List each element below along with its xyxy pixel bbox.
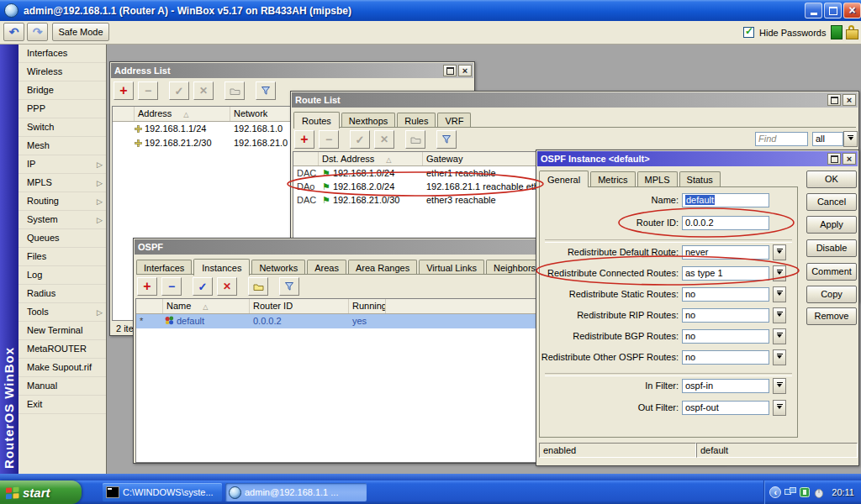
comment-button[interactable]: Comment bbox=[806, 263, 857, 281]
enable-button[interactable] bbox=[350, 130, 370, 149]
sidebar-item-radius[interactable]: Radius bbox=[18, 285, 106, 303]
sidebar-item-mesh[interactable]: Mesh bbox=[18, 137, 106, 155]
add-button[interactable] bbox=[114, 81, 134, 100]
close-button[interactable] bbox=[843, 153, 856, 165]
tab-vrf[interactable]: VRF bbox=[437, 113, 471, 128]
dialog-titlebar[interactable]: OSPF Instance <default> bbox=[537, 151, 858, 166]
mouse-tray-icon[interactable] bbox=[813, 487, 825, 498]
remove-button[interactable] bbox=[161, 277, 182, 296]
sidebar-item-new-terminal[interactable]: New Terminal bbox=[18, 322, 106, 340]
sidebar-item-wireless[interactable]: Wireless bbox=[18, 63, 106, 81]
tab-rules[interactable]: Rules bbox=[397, 113, 436, 128]
sidebar-item-interfaces[interactable]: Interfaces bbox=[18, 45, 106, 63]
disable-button[interactable] bbox=[217, 277, 237, 296]
start-button[interactable]: start bbox=[0, 480, 82, 504]
tab-routes[interactable]: Routes bbox=[293, 112, 340, 129]
filter-button[interactable] bbox=[436, 130, 457, 149]
add-button[interactable] bbox=[294, 130, 314, 149]
minimize-button[interactable] bbox=[805, 3, 822, 18]
close-button[interactable] bbox=[843, 94, 856, 106]
safe-mode-button[interactable]: Safe Mode bbox=[52, 23, 109, 41]
redistribute-connected-select[interactable]: as type 1 bbox=[682, 266, 769, 281]
task-button-cmd[interactable]: C:\WINDOWS\syste... bbox=[103, 483, 222, 501]
tab-neighbors[interactable]: Neighbors bbox=[486, 260, 543, 275]
column-running[interactable]: Running bbox=[349, 299, 386, 313]
close-button[interactable] bbox=[458, 65, 472, 76]
find-input[interactable]: Find bbox=[755, 132, 808, 146]
remove-button[interactable]: Remove bbox=[806, 307, 857, 325]
close-button[interactable] bbox=[843, 3, 861, 18]
tab-nexthops[interactable]: Nexthops bbox=[341, 113, 395, 128]
address-list-titlebar[interactable]: Address List bbox=[111, 63, 473, 78]
name-input[interactable]: default bbox=[682, 193, 769, 207]
sidebar-item-routing[interactable]: Routing bbox=[18, 192, 106, 211]
tab-areas[interactable]: Areas bbox=[307, 260, 346, 275]
tab-general[interactable]: General bbox=[539, 171, 589, 187]
sidebar-item-log[interactable]: Log bbox=[18, 266, 106, 285]
column-name[interactable]: Name bbox=[163, 299, 250, 313]
dropdown-button[interactable] bbox=[773, 307, 786, 323]
dropdown-button[interactable] bbox=[773, 349, 786, 365]
comment-button[interactable] bbox=[248, 277, 268, 296]
undo-button[interactable] bbox=[3, 23, 24, 41]
tab-status[interactable]: Status bbox=[679, 171, 721, 186]
comment-button[interactable] bbox=[224, 81, 245, 100]
dropdown-button[interactable] bbox=[773, 265, 786, 281]
enable-button[interactable] bbox=[169, 81, 189, 100]
remove-button[interactable] bbox=[319, 130, 339, 149]
agent-tray-icon[interactable] bbox=[800, 487, 810, 497]
sidebar-item-ip[interactable]: IP bbox=[18, 155, 106, 174]
filter-button[interactable] bbox=[279, 277, 299, 296]
sidebar-item-mpls[interactable]: MPLS bbox=[18, 174, 106, 192]
column-dst-address[interactable]: Dst. Address bbox=[319, 152, 423, 165]
hide-icons-chevron-button[interactable]: ‹ bbox=[769, 486, 781, 498]
disable-button[interactable]: Disable bbox=[806, 239, 857, 257]
redistribute-other-ospf-select[interactable]: no bbox=[682, 350, 769, 365]
comment-button[interactable] bbox=[405, 130, 425, 149]
redistribute-static-select[interactable]: no bbox=[682, 287, 769, 302]
maximize-button[interactable] bbox=[827, 94, 841, 106]
ok-button[interactable]: OK bbox=[806, 171, 857, 188]
tab-metrics[interactable]: Metrics bbox=[590, 171, 635, 186]
sidebar-item-ppp[interactable]: PPP bbox=[18, 100, 106, 118]
route-filter-select[interactable]: all bbox=[812, 132, 843, 146]
redistribute-default-select[interactable]: never bbox=[682, 245, 769, 260]
disable-button[interactable] bbox=[193, 81, 214, 100]
out-filter-select[interactable]: ospf-out bbox=[682, 401, 769, 415]
sidebar-item-manual[interactable]: Manual bbox=[18, 377, 106, 396]
redistribute-rip-select[interactable]: no bbox=[682, 308, 769, 323]
copy-button[interactable]: Copy bbox=[806, 286, 857, 303]
network-tray-icon[interactable] bbox=[784, 487, 796, 497]
apply-button[interactable]: Apply bbox=[806, 216, 857, 234]
column-address[interactable]: Address bbox=[135, 107, 230, 121]
dropdown-button[interactable] bbox=[773, 400, 786, 416]
redistribute-bgp-select[interactable]: no bbox=[682, 329, 769, 344]
sidebar-item-bridge[interactable]: Bridge bbox=[18, 81, 106, 100]
route-filter-dropdown-button[interactable] bbox=[843, 131, 858, 147]
dropdown-button[interactable] bbox=[773, 378, 786, 394]
dropdown-button[interactable] bbox=[773, 286, 786, 302]
sidebar-item-switch[interactable]: Switch bbox=[18, 118, 106, 137]
cancel-button[interactable]: Cancel bbox=[806, 193, 857, 211]
router-id-input[interactable]: 0.0.0.2 bbox=[682, 216, 769, 230]
restore-button[interactable] bbox=[824, 3, 842, 18]
tab-area-ranges[interactable]: Area Ranges bbox=[348, 260, 417, 275]
in-filter-select[interactable]: ospf-in bbox=[682, 379, 769, 393]
redo-button[interactable] bbox=[27, 23, 48, 41]
sidebar-item-make-supout[interactable]: Make Supout.rif bbox=[18, 359, 106, 377]
dropdown-button[interactable] bbox=[773, 328, 786, 344]
tab-interfaces[interactable]: Interfaces bbox=[136, 260, 192, 275]
sidebar-item-queues[interactable]: Queues bbox=[18, 229, 106, 248]
tab-instances[interactable]: Instances bbox=[193, 259, 250, 276]
tab-networks[interactable]: Networks bbox=[251, 260, 305, 275]
hide-passwords-checkbox[interactable] bbox=[743, 27, 754, 38]
remove-button[interactable] bbox=[138, 81, 158, 100]
add-button[interactable] bbox=[137, 277, 157, 296]
app-titlebar[interactable]: admin@192.168.1.1 (Router A) - WinBox v5… bbox=[0, 0, 861, 21]
maximize-button[interactable] bbox=[443, 65, 457, 76]
enable-button[interactable] bbox=[193, 277, 213, 296]
tab-virtual-links[interactable]: Virtual Links bbox=[419, 260, 484, 275]
route-list-titlebar[interactable]: Route List bbox=[292, 92, 858, 108]
sidebar-item-exit[interactable]: Exit bbox=[18, 396, 106, 414]
sidebar-item-files[interactable]: Files bbox=[18, 248, 106, 266]
